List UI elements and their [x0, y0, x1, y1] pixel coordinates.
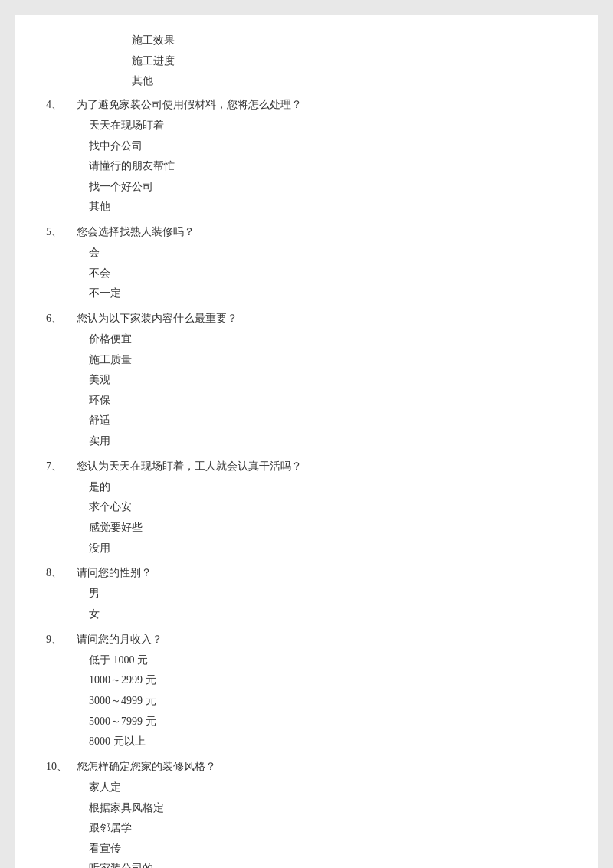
question-text-7: 您认为天天在现场盯着，工人就会认真干活吗？	[77, 457, 302, 476]
option-q6-4: 环保	[46, 391, 567, 411]
option-q10-1: 家人定	[46, 778, 567, 798]
question-line-7: 7、您认为天天在现场盯着，工人就会认真干活吗？	[46, 457, 567, 476]
option-q10-4: 看宣传	[46, 839, 567, 860]
question-number-7: 7、	[46, 457, 77, 476]
option-q9-3: 3000～4999 元	[46, 691, 567, 712]
option-q4-5: 其他	[46, 197, 567, 218]
question-line-6: 6、您认为以下家装内容什么最重要？	[46, 309, 567, 328]
question-block-8: 8、请问您的性别？男女	[46, 563, 567, 624]
option-q4-4: 找一个好公司	[46, 177, 567, 198]
question-line-10: 10、您怎样确定您家的装修风格？	[46, 757, 567, 776]
option-q8-2: 女	[46, 604, 567, 625]
top-option-2: 施工进度	[89, 51, 567, 72]
question-number-8: 8、	[46, 563, 77, 582]
question-text-10: 您怎样确定您家的装修风格？	[77, 757, 216, 776]
option-q6-6: 实用	[46, 431, 567, 452]
option-q10-2: 根据家具风格定	[46, 798, 567, 819]
question-number-9: 9、	[46, 630, 77, 649]
question-number-5: 5、	[46, 222, 77, 241]
option-q6-3: 美观	[46, 370, 567, 391]
option-q9-2: 1000～2999 元	[46, 670, 567, 691]
option-q8-1: 男	[46, 584, 567, 604]
question-line-4: 4、为了避免家装公司使用假材料，您将怎么处理？	[46, 95, 567, 114]
question-block-10: 10、您怎样确定您家的装修风格？家人定根据家具风格定跟邻居学看宣传听家装公司的无…	[46, 757, 567, 868]
question-text-5: 您会选择找熟人装修吗？	[77, 222, 195, 241]
option-q5-2: 不会	[46, 264, 567, 284]
option-q10-5: 听家装公司的	[46, 859, 567, 868]
option-q5-1: 会	[46, 243, 567, 264]
question-text-6: 您认为以下家装内容什么最重要？	[77, 309, 238, 328]
option-q4-2: 找中介公司	[46, 136, 567, 157]
question-number-6: 6、	[46, 309, 77, 328]
option-q6-5: 舒适	[46, 411, 567, 431]
question-number-4: 4、	[46, 95, 77, 114]
option-q6-1: 价格便宜	[46, 329, 567, 350]
question-block-9: 9、请问您的月收入？低于 1000 元1000～2999 元3000～4999 …	[46, 630, 567, 752]
top-options-block: 施工效果 施工进度 其他	[46, 31, 567, 92]
option-q4-3: 请懂行的朋友帮忙	[46, 156, 567, 177]
question-block-5: 5、您会选择找熟人装修吗？会不会不一定	[46, 222, 567, 304]
top-option-1: 施工效果	[89, 31, 567, 51]
survey-content: 施工效果 施工进度 其他 4、为了避免家装公司使用假材料，您将怎么处理？天天在现…	[46, 31, 567, 868]
option-q9-1: 低于 1000 元	[46, 650, 567, 671]
question-text-9: 请问您的月收入？	[77, 630, 162, 649]
option-q6-2: 施工质量	[46, 350, 567, 371]
option-q7-2: 求个心安	[46, 497, 567, 518]
option-q10-3: 跟邻居学	[46, 818, 567, 839]
option-q7-1: 是的	[46, 477, 567, 498]
question-text-8: 请问您的性别？	[77, 563, 152, 582]
option-q9-5: 8000 元以上	[46, 732, 567, 752]
option-q7-4: 没用	[46, 539, 567, 559]
question-block-7: 7、您认为天天在现场盯着，工人就会认真干活吗？是的求个心安感觉要好些没用	[46, 457, 567, 559]
question-block-4: 4、为了避免家装公司使用假材料，您将怎么处理？天天在现场盯着找中介公司请懂行的朋…	[46, 95, 567, 218]
option-q9-4: 5000～7999 元	[46, 712, 567, 732]
question-number-10: 10、	[46, 757, 77, 776]
question-text-4: 为了避免家装公司使用假材料，您将怎么处理？	[77, 95, 302, 114]
option-q4-1: 天天在现场盯着	[46, 116, 567, 136]
option-q7-3: 感觉要好些	[46, 518, 567, 539]
option-q5-3: 不一定	[46, 283, 567, 304]
top-option-3: 其他	[89, 71, 567, 92]
question-line-9: 9、请问您的月收入？	[46, 630, 567, 649]
question-line-8: 8、请问您的性别？	[46, 563, 567, 582]
question-line-5: 5、您会选择找熟人装修吗？	[46, 222, 567, 241]
question-block-6: 6、您认为以下家装内容什么最重要？价格便宜施工质量美观环保舒适实用	[46, 309, 567, 452]
page-container: 施工效果 施工进度 其他 4、为了避免家装公司使用假材料，您将怎么处理？天天在现…	[15, 15, 598, 868]
